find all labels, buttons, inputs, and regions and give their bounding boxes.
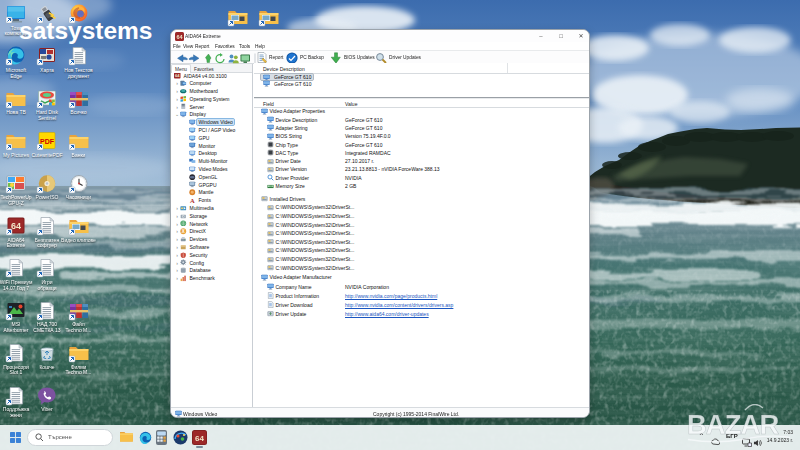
svg-text:PDF: PDF bbox=[40, 138, 55, 145]
svg-text:X: X bbox=[182, 229, 185, 234]
svg-text:64: 64 bbox=[176, 34, 183, 40]
svg-text:A: A bbox=[190, 197, 195, 204]
svg-text:64: 64 bbox=[11, 221, 21, 231]
svg-text:64: 64 bbox=[195, 434, 204, 443]
svg-text:BAZAR: BAZAR bbox=[687, 409, 779, 440]
svg-text:64: 64 bbox=[175, 73, 180, 78]
